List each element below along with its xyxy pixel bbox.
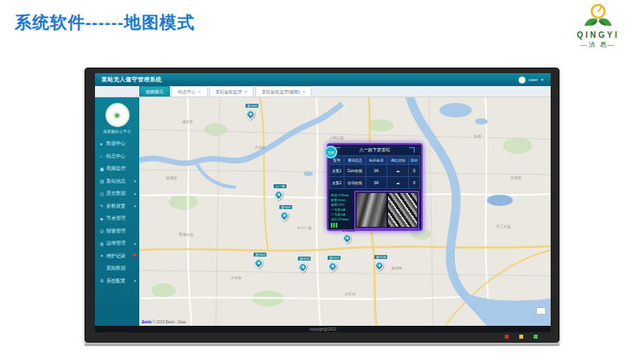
tab-地图模式[interactable]: 地图模式 [139,86,170,97]
menu-label: 运维管理 [106,240,126,247]
map-pin-icon[interactable] [327,261,338,272]
sidebar-item-泵站信息[interactable]: ▤泵站信息▾ [95,175,139,188]
table-row: 水泵2自动在线0A☁0 [330,177,420,189]
sidebar: ❀ 清易物联云平台 ●数据中心⌂组态中心▣视频监控▤泵站信息▾◷历史数据▾✎参数… [95,97,139,326]
sensor-reading: 积水:178mm [331,193,354,197]
yellow-light-icon [519,335,523,339]
table-cell[interactable]: 0 [408,177,419,189]
sensor-reading: 二号泵:0A [331,212,354,216]
sidebar-menu: ●数据中心⌂组态中心▣视频监控▤泵站信息▾◷历史数据▾✎参数设置▾◈节点管理◎报… [95,138,139,287]
table-cell: 水泵2 [330,177,345,189]
map-pin-icon[interactable] [374,260,385,271]
map-place-label: 东湖 [474,134,481,138]
map-place-label: 南湖路 [391,266,402,270]
map-place-label: 火车站 [345,292,356,296]
tab-组态中心[interactable]: 组态中心× [171,86,208,97]
sidebar-item-节点管理[interactable]: ◈节点管理 [95,212,139,225]
monitor-stand [85,343,559,346]
user-menu[interactable]: user ▼ [518,76,544,84]
table-cell: Com在线 [344,165,365,177]
sidebar-item-运维管理[interactable]: ◍运维管理▾ [95,237,139,250]
menu-icon: ✦ [100,253,106,258]
menu-label: 视频监控 [106,165,126,172]
camera-thumb-1[interactable] [357,193,386,227]
marker-label: 八一路 [274,184,287,188]
menu-label: 系统配置 [106,278,126,285]
sidebar-item-历史数据[interactable]: ◷历史数据▾ [95,187,139,200]
tab-close-icon[interactable]: × [198,89,201,94]
marker-label: 泵站06 [246,104,258,108]
green-light-icon [534,335,538,339]
menu-icon: ◷ [100,191,106,196]
map-place-label: 中心广场 [297,226,312,230]
menu-label: 参数设置 [106,203,126,210]
station-popup: 在线 八一路下穿泵站 泵号通讯状态电机电流远程控制操作水泵1Com在线0A☁0水… [327,143,423,231]
map-pin-icon[interactable] [253,257,264,269]
sidebar-item-视频监控[interactable]: ▣视频监控 [95,162,139,175]
map-pin-icon[interactable] [341,232,353,244]
station-marker-泵站07[interactable]: 泵站07 [328,248,337,270]
camera-thumb-2[interactable] [388,193,418,227]
app-footer: copyright@2013 [95,326,551,332]
map-place-label: 滨江大道 [496,224,510,228]
sensor-readings: 积水:178mm雨量:2mm温度:23℃一号泵:0A二号泵:0A水位:470mm [330,191,354,229]
station-marker-泵站02[interactable]: 泵站02 [279,197,289,220]
map-pin-icon[interactable] [297,261,308,273]
remote-control-icon-cell[interactable]: ☁ [387,177,409,189]
sidebar-item-系统配置[interactable]: ⚙系统配置▾ [95,275,139,288]
table-header-cell: 远程控制 [387,156,409,165]
sensor-reading: 水位:470mm [331,217,354,221]
sensor-reading: 温度:23℃ [331,203,354,207]
marker-label: 泵站07 [328,256,341,260]
map-pin-icon[interactable] [245,109,256,120]
brand-name-cn: —清 易— [564,40,633,49]
station-marker-泵站06[interactable]: 泵站06 [246,97,255,118]
map-pin-icon[interactable] [279,210,290,221]
station-marker-泵站04[interactable]: 泵站04 [254,245,263,267]
table-header-cell: 电机电流 [365,156,387,165]
station-marker-八一路[interactable]: 八一路 [274,176,283,199]
menu-icon: ◎ [100,228,106,233]
brand-emblem-icon [580,2,616,31]
tab-close-icon[interactable]: × [245,89,248,94]
tab-label: 泵站远程监控 [216,89,242,95]
map-canvas[interactable]: 城北区滨河路人民公园东湖西城街道中心广场南湖路滨江大道文化路火车站园博园开发区 … [139,97,551,326]
map-scale-control[interactable] [536,307,546,315]
tab-label: 地图模式 [146,89,163,95]
menu-icon: ▤ [100,179,106,183]
sidebar-item-原始数据[interactable]: ◌原始数据 [95,262,139,275]
menu-icon: ⚙ [100,278,106,283]
sidebar-item-组态中心[interactable]: ⌂组态中心 [95,150,139,163]
menu-icon: ◌ [100,266,106,271]
map-place-label: 西城街道 [179,232,193,237]
sidebar-item-报警管理[interactable]: ◎报警管理 [95,225,139,238]
marker-label: 泵站04 [254,253,266,257]
user-avatar [518,76,526,84]
map-place-label: 文化路 [230,276,242,280]
chevron-down-icon: ▾ [134,241,136,246]
station-marker-泵站05[interactable]: 泵站05 [298,249,308,271]
baidu-logo: Baidu [142,320,152,324]
table-header-cell: 操作 [408,156,419,165]
marker-label: 泵站05 [298,257,311,261]
sidebar-item-维护记录[interactable]: ✦维护记录 [95,250,139,263]
sidebar-item-参数设置[interactable]: ✎参数设置▾ [95,200,139,213]
chevron-down-icon: ▾ [134,204,136,208]
map-place-label: 城北区 [182,120,193,124]
menu-label: 泵站信息 [106,178,126,185]
station-marker-泵站08[interactable]: 泵站08 [374,247,384,269]
table-cell[interactable]: 0 [408,165,419,177]
remote-control-icon-cell[interactable]: ☁ [387,165,409,177]
map-place-label: 园博园 [166,176,177,180]
pump-status-table: 泵号通讯状态电机电流远程控制操作水泵1Com在线0A☁0水泵2自动在线0A☁0 [329,155,420,189]
tab-close-icon[interactable]: × [303,89,306,94]
sensor-reading: 一号泵:0A [331,208,354,212]
tab-泵站远程监控[interactable]: 泵站远程监控× [209,86,254,97]
menu-icon: ✎ [100,204,106,208]
slide-title: 系统软件------地图模式 [14,11,195,34]
menu-icon: ⌂ [100,154,106,158]
map-attribution: Baidu © 2013 Baidu - Data [142,320,186,324]
org-logo-icon: ❀ [105,103,130,127]
tab-泵站远程监控(视图)[interactable]: 泵站远程监控(视图)× [255,86,312,97]
sidebar-item-数据中心[interactable]: ●数据中心 [95,138,139,150]
